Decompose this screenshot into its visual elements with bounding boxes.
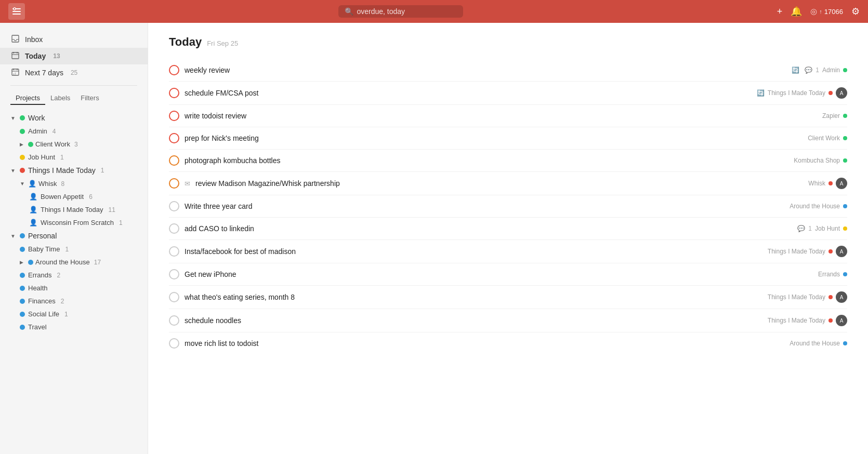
finances-dot — [20, 299, 25, 304]
project-item-admin[interactable]: Admin 4 — [0, 125, 148, 138]
today-badge: 13 — [53, 52, 60, 60]
sidebar-tabs: Projects Labels Filters — [0, 90, 148, 107]
task-complete-button[interactable] — [169, 246, 179, 257]
project-group-things-made-today[interactable]: ▼ Things I Made Today 1 — [0, 164, 148, 177]
chevron-right-icon-2: ▶ — [20, 260, 26, 265]
project-item-travel[interactable]: Travel — [0, 321, 148, 333]
task-project-label: Zapier — [822, 112, 840, 119]
search-bar[interactable]: 🔍 overdue, today — [338, 5, 463, 18]
sidebar-item-next7days[interactable]: +7 Next 7 days 25 — [0, 64, 148, 81]
notifications-button[interactable]: 🔔 — [791, 6, 802, 17]
task-project-dot — [843, 136, 847, 140]
task-project-label: Things I Made Today — [768, 293, 825, 301]
task-complete-button[interactable] — [169, 88, 179, 98]
task-project-label: Client Work — [808, 135, 840, 142]
project-item-finances[interactable]: Finances 2 — [0, 295, 148, 308]
task-item: Get new iPhone Errands — [169, 263, 847, 286]
project-group-work[interactable]: ▼ Work — [0, 111, 148, 125]
wisconsin-label: Wisconsin From Scratch — [41, 219, 114, 226]
project-item-around-the-house[interactable]: ▶ Around the House 17 — [0, 256, 148, 269]
job-hunt-count: 1 — [60, 154, 64, 161]
task-complete-button[interactable] — [169, 155, 179, 166]
sidebar-divider — [10, 85, 137, 86]
errands-count: 2 — [57, 272, 61, 279]
task-name: Insta/facebook for best of madison — [185, 247, 762, 256]
project-item-whisk[interactable]: ▼ 👤 Whisk 8 — [0, 177, 148, 190]
sidebar-item-today[interactable]: Today 13 — [0, 48, 148, 64]
around-house-label: Around the House — [35, 258, 90, 266]
task-meta: Things I Made Today A — [768, 246, 847, 257]
task-complete-button[interactable] — [169, 65, 179, 75]
chevron-down-icon-4: ▼ — [10, 233, 17, 239]
project-item-baby-time[interactable]: Baby Time 1 — [0, 243, 148, 256]
project-item-health[interactable]: Health — [0, 282, 148, 295]
comment-count: 1 — [816, 66, 819, 74]
page-title: Today — [169, 35, 202, 49]
page-header: Today Fri Sep 25 — [169, 35, 847, 49]
task-project-dot — [843, 68, 847, 72]
baby-time-count: 1 — [65, 246, 69, 253]
task-complete-button[interactable] — [169, 111, 179, 121]
task-complete-button[interactable] — [169, 315, 179, 326]
task-name: schedule FM/CSA post — [185, 89, 752, 97]
search-area: 🔍 overdue, today — [25, 5, 777, 18]
project-item-job-hunt[interactable]: Job Hunt 1 — [0, 151, 148, 164]
project-group-personal[interactable]: ▼ Personal — [0, 229, 148, 243]
task-meta: Errands — [818, 271, 847, 278]
repeat-icon: 🔄 — [757, 89, 765, 97]
project-item-client-work[interactable]: ▶ Client Work 3 — [0, 138, 148, 151]
admin-label: Admin — [28, 127, 47, 135]
search-icon: 🔍 — [345, 7, 353, 16]
next7days-icon: +7 — [10, 68, 20, 77]
project-item-bowen-appetit[interactable]: 👤 Bowen Appetit 6 — [0, 190, 148, 203]
baby-time-dot — [20, 247, 25, 252]
app-logo[interactable] — [8, 3, 25, 20]
social-life-count: 1 — [64, 311, 68, 318]
project-item-wisconsin[interactable]: 👤 Wisconsin From Scratch 1 — [0, 216, 148, 229]
project-item-things-made-today-sub[interactable]: 👤 Things I Made Today 11 — [0, 203, 148, 216]
work-label: Work — [28, 114, 45, 122]
tab-labels[interactable]: Labels — [45, 92, 75, 105]
email-icon: ✉ — [185, 180, 190, 188]
tab-filters[interactable]: Filters — [75, 92, 104, 105]
svg-rect-1 — [12, 11, 21, 12]
task-complete-button[interactable] — [169, 338, 179, 349]
task-name: write todoist review — [185, 112, 817, 120]
task-complete-button[interactable] — [169, 133, 179, 143]
task-complete-button[interactable] — [169, 178, 179, 189]
today-icon — [10, 51, 20, 61]
task-complete-button[interactable] — [169, 201, 179, 211]
sidebar-item-inbox[interactable]: Inbox — [0, 31, 148, 48]
task-name: prep for Nick's meeting — [185, 134, 803, 142]
tab-projects[interactable]: Projects — [10, 92, 45, 105]
job-hunt-dot — [20, 155, 25, 160]
task-complete-button[interactable] — [169, 223, 179, 234]
person-icon-whisk: 👤 — [28, 180, 36, 188]
bowen-appetit-label: Bowen Appetit — [41, 193, 84, 201]
task-name: Get new iPhone — [185, 270, 813, 278]
next7days-badge: 25 — [71, 69, 77, 76]
task-item: Insta/facebook for best of madison Thing… — [169, 240, 847, 263]
task-project-dot — [828, 181, 833, 185]
task-project-label: Job Hunt — [815, 225, 840, 232]
add-button[interactable]: + — [777, 6, 783, 17]
finances-count: 2 — [61, 298, 64, 305]
project-item-errands[interactable]: Errands 2 — [0, 269, 148, 282]
task-name: review Madison Magazine/Whisk partnershi… — [195, 179, 803, 188]
task-name: weekly review — [185, 66, 786, 74]
things-made-label: Things I Made Today — [28, 166, 96, 175]
comment-count: 1 — [808, 225, 812, 232]
project-item-social-life[interactable]: Social Life 1 — [0, 308, 148, 321]
settings-button[interactable]: ⚙ — [851, 6, 860, 17]
person-icon-things-made: 👤 — [29, 206, 37, 213]
task-avatar: A — [836, 291, 847, 303]
chevron-down-icon: ▼ — [10, 115, 17, 121]
around-house-count: 17 — [94, 259, 101, 266]
task-project-dot — [843, 341, 847, 345]
bowen-appetit-count: 6 — [89, 193, 93, 201]
task-name: schedule noodles — [185, 316, 762, 325]
task-meta: Around the House — [790, 203, 847, 210]
task-complete-button[interactable] — [169, 269, 179, 279]
karma-display[interactable]: ◎ ↑ 17066 — [810, 7, 843, 16]
task-complete-button[interactable] — [169, 292, 179, 302]
